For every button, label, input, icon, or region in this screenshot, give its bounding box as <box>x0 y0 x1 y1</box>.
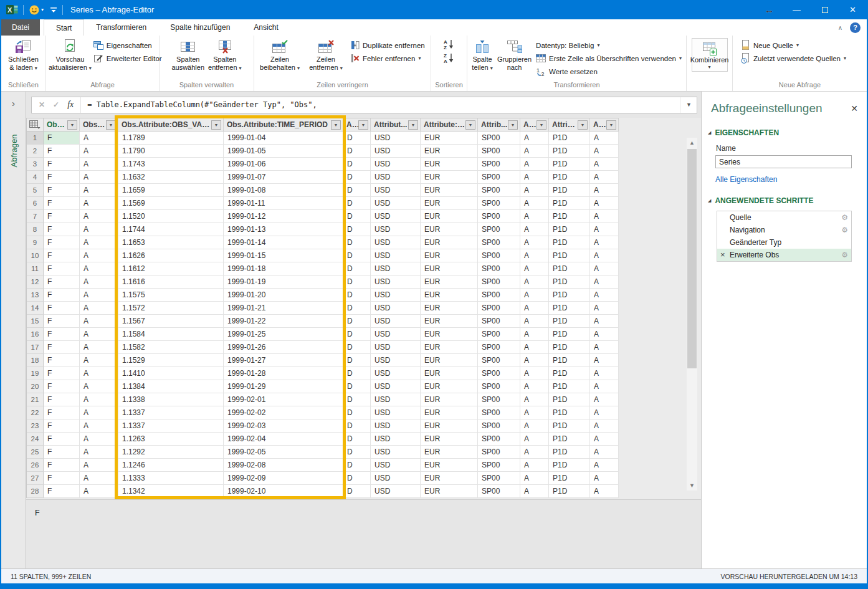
table-cell[interactable]: A <box>80 171 118 184</box>
table-cell[interactable]: A <box>590 341 619 354</box>
table-cell[interactable]: A <box>590 210 619 223</box>
all-properties-link[interactable]: Alle Eigenschaften <box>715 175 777 184</box>
table-cell[interactable]: SP00 <box>478 419 520 433</box>
table-cell[interactable]: F <box>44 446 80 459</box>
table-cell[interactable]: F <box>44 223 80 236</box>
table-cell[interactable]: D <box>343 419 371 433</box>
column-header-5[interactable]: Attribut...▼ <box>371 118 421 132</box>
table-cell[interactable]: D <box>343 197 371 210</box>
table-cell[interactable]: P1D <box>549 249 590 262</box>
table-cell[interactable]: USD <box>371 472 421 485</box>
table-cell[interactable]: D <box>343 132 371 145</box>
table-cell[interactable]: A <box>590 419 619 433</box>
table-cell[interactable]: P1D <box>549 171 590 184</box>
table-cell[interactable]: EUR <box>421 459 478 472</box>
table-cell[interactable]: SP00 <box>478 380 520 393</box>
row-number[interactable]: 26 <box>27 459 44 472</box>
scroll-down-icon[interactable]: ▼ <box>687 481 697 491</box>
table-cell[interactable]: 1.1337 <box>118 419 224 433</box>
table-cell[interactable]: A <box>80 406 118 419</box>
table-cell[interactable]: A <box>520 236 549 249</box>
table-cell[interactable]: A <box>520 171 549 184</box>
table-cell[interactable]: 1.1342 <box>118 485 224 498</box>
table-cell[interactable]: A <box>590 262 619 275</box>
column-header-0[interactable]: Obs...▼ <box>44 118 80 132</box>
row-number[interactable]: 15 <box>27 315 44 328</box>
table-cell[interactable]: F <box>44 275 80 289</box>
row-number[interactable]: 20 <box>27 380 44 393</box>
table-cell[interactable]: USD <box>371 171 421 184</box>
table-cell[interactable]: F <box>44 472 80 485</box>
table-cell[interactable]: F <box>44 380 80 393</box>
refresh-preview-button[interactable]: Vorschau aktualisieren ▾ <box>49 36 92 72</box>
table-cell[interactable]: 1999-01-13 <box>224 223 343 236</box>
table-cell[interactable]: A <box>590 472 619 485</box>
table-cell[interactable]: 1.1584 <box>118 328 224 341</box>
table-cell[interactable]: SP00 <box>478 132 520 145</box>
table-cell[interactable]: P1D <box>549 132 590 145</box>
queries-pane-label[interactable]: Abfragen <box>9 135 18 168</box>
table-cell[interactable]: 1.1263 <box>118 433 224 446</box>
row-number[interactable]: 27 <box>27 472 44 485</box>
table-cell[interactable]: USD <box>371 380 421 393</box>
step-erweiterte-obs[interactable]: × Erweiterte Obs ⚙ <box>717 249 851 261</box>
column-header-6[interactable]: Attribute:C...▼ <box>421 118 478 132</box>
table-cell[interactable]: USD <box>371 132 421 145</box>
row-number[interactable]: 7 <box>27 210 44 223</box>
table-cell[interactable]: F <box>44 419 80 433</box>
table-cell[interactable]: A <box>520 433 549 446</box>
table-cell[interactable]: F <box>44 302 80 315</box>
table-cell[interactable]: USD <box>371 315 421 328</box>
filter-dropdown-icon[interactable]: ▼ <box>408 120 418 130</box>
table-cell[interactable]: USD <box>371 145 421 158</box>
table-cell[interactable]: EUR <box>421 249 478 262</box>
table-cell[interactable]: D <box>343 171 371 184</box>
table-cell[interactable]: P1D <box>549 145 590 158</box>
filter-dropdown-icon[interactable]: ▼ <box>578 120 588 130</box>
vertical-scrollbar[interactable]: ▲ ▼ <box>687 138 697 491</box>
table-cell[interactable]: D <box>343 446 371 459</box>
table-cell[interactable]: EUR <box>421 223 478 236</box>
table-cell[interactable]: A <box>590 380 619 393</box>
table-cell[interactable]: SP00 <box>478 433 520 446</box>
table-cell[interactable]: A <box>80 132 118 145</box>
table-cell[interactable]: A <box>80 367 118 380</box>
table-cell[interactable]: A <box>80 289 118 302</box>
table-cell[interactable]: EUR <box>421 328 478 341</box>
table-cell[interactable]: F <box>44 485 80 498</box>
table-cell[interactable]: A <box>520 145 549 158</box>
group-by-button[interactable]: Gruppieren nach <box>497 36 532 72</box>
table-cell[interactable]: A <box>80 419 118 433</box>
query-name-input[interactable] <box>715 155 852 168</box>
use-first-row-as-headers-button[interactable]: Erste Zeile als Überschriften verwenden … <box>534 52 684 65</box>
table-cell[interactable]: A <box>590 249 619 262</box>
table-cell[interactable]: 1999-02-10 <box>224 485 343 498</box>
table-cell[interactable]: A <box>520 210 549 223</box>
collapse-triangle-icon[interactable]: ◢ <box>708 130 711 135</box>
table-cell[interactable]: A <box>80 341 118 354</box>
row-number[interactable]: 22 <box>27 406 44 419</box>
table-cell[interactable]: A <box>590 315 619 328</box>
filter-dropdown-icon[interactable]: ▼ <box>211 120 221 130</box>
table-cell[interactable]: 1.1333 <box>118 472 224 485</box>
row-number[interactable]: 23 <box>27 419 44 433</box>
column-header-10[interactable]: At...▼ <box>590 118 619 132</box>
tab-start[interactable]: Start <box>44 19 84 36</box>
table-cell[interactable]: SP00 <box>478 289 520 302</box>
step-settings-gear-icon[interactable]: ⚙ <box>841 226 848 234</box>
table-cell[interactable]: EUR <box>421 380 478 393</box>
table-cell[interactable]: A <box>80 315 118 328</box>
table-cell[interactable]: A <box>590 236 619 249</box>
table-cell[interactable]: 1.1659 <box>118 184 224 197</box>
table-cell[interactable]: 1999-01-28 <box>224 367 343 380</box>
table-cell[interactable]: 1.1612 <box>118 262 224 275</box>
table-cell[interactable]: USD <box>371 446 421 459</box>
table-cell[interactable]: USD <box>371 367 421 380</box>
table-cell[interactable]: 1.1582 <box>118 341 224 354</box>
table-cell[interactable]: A <box>590 197 619 210</box>
tab-datei[interactable]: Datei <box>1 19 40 36</box>
table-cell[interactable]: D <box>343 236 371 249</box>
column-header-1[interactable]: Obs.A...▼ <box>80 118 118 132</box>
scroll-up-icon[interactable]: ▲ <box>687 138 697 148</box>
table-cell[interactable]: USD <box>371 249 421 262</box>
